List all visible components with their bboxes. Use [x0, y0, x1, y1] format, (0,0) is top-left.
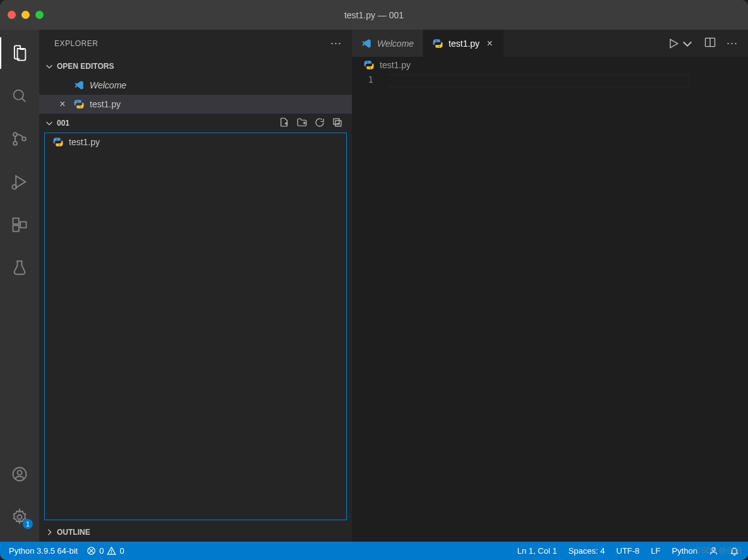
editor-more-icon[interactable]: ···: [727, 37, 738, 50]
vscode-icon: [361, 38, 372, 49]
tab-test1[interactable]: test1.py ×: [423, 30, 504, 57]
status-warnings: 0: [119, 546, 124, 556]
window-minimize-button[interactable]: [21, 11, 30, 19]
status-cursor-position[interactable]: Ln 1, Col 1: [517, 546, 557, 556]
svg-point-0: [14, 90, 23, 100]
settings-badge: 1: [23, 519, 33, 529]
status-encoding[interactable]: UTF-8: [617, 546, 640, 556]
status-problems[interactable]: 0 0: [87, 546, 124, 556]
title-bar[interactable]: test1.py — 001: [0, 0, 748, 30]
svg-rect-9: [20, 222, 26, 227]
close-icon[interactable]: ×: [485, 38, 495, 49]
source-control-activity-icon[interactable]: [0, 123, 39, 155]
folder-section[interactable]: 001: [39, 114, 352, 133]
search-activity-icon[interactable]: [0, 80, 39, 112]
file-item-label: test1.py: [69, 137, 100, 147]
svg-point-3: [13, 141, 17, 145]
open-editor-welcome[interactable]: Welcome: [39, 76, 352, 95]
python-icon: [52, 136, 64, 148]
new-file-icon[interactable]: [279, 117, 290, 130]
python-icon: [73, 98, 85, 110]
python-icon: [363, 59, 375, 71]
open-editors-label: OPEN EDITORS: [57, 62, 114, 71]
svg-point-12: [18, 470, 22, 475]
status-indentation[interactable]: Spaces: 4: [569, 546, 605, 556]
editor-body[interactable]: 1: [352, 73, 748, 542]
breadcrumb-file: test1.py: [380, 60, 411, 70]
svg-rect-7: [13, 218, 19, 224]
status-errors: 0: [99, 546, 104, 556]
collapse-all-icon[interactable]: [332, 117, 343, 130]
open-editor-test1-label: test1.py: [90, 99, 121, 109]
status-python-interpreter[interactable]: Python 3.9.5 64-bit: [9, 546, 78, 556]
python-icon: [432, 38, 443, 49]
window-controls: [8, 11, 44, 19]
folder-name: 001: [57, 119, 69, 128]
sidebar-title: EXPLORER: [54, 39, 98, 48]
accounts-activity-icon[interactable]: [0, 458, 39, 490]
svg-point-2: [13, 133, 17, 136]
tabs-row: Welcome test1.py × ···: [352, 30, 748, 57]
chevron-down-icon: [44, 118, 54, 128]
activity-bar: 1: [0, 30, 39, 542]
vscode-icon: [73, 80, 85, 91]
chevron-right-icon: [44, 527, 54, 537]
line-number: 1: [352, 74, 373, 85]
svg-point-13: [18, 515, 22, 520]
status-bar: Python 3.9.5 64-bit 0 0 Ln 1, Col 1 Spac…: [0, 542, 748, 560]
testing-activity-icon[interactable]: [0, 252, 39, 283]
close-icon[interactable]: ×: [57, 98, 68, 110]
file-tree[interactable]: test1.py: [44, 133, 347, 520]
svg-marker-5: [16, 176, 25, 188]
open-editor-test1[interactable]: × test1.py: [39, 95, 352, 114]
breadcrumb[interactable]: test1.py: [352, 57, 748, 73]
sidebar: EXPLORER ··· OPEN EDITORS Welcome × test…: [39, 30, 352, 542]
split-editor-icon[interactable]: [704, 36, 716, 51]
file-item-test1[interactable]: test1.py: [45, 133, 346, 151]
status-eol[interactable]: LF: [651, 546, 660, 556]
status-language[interactable]: Python: [672, 546, 697, 556]
chevron-down-icon[interactable]: [681, 37, 694, 50]
svg-line-1: [22, 98, 26, 102]
svg-point-28: [112, 553, 112, 554]
svg-marker-21: [670, 39, 678, 47]
tab-welcome-label: Welcome: [377, 39, 414, 49]
run-debug-activity-icon[interactable]: [0, 166, 39, 198]
new-folder-icon[interactable]: [296, 117, 308, 130]
code-content[interactable]: [389, 73, 748, 542]
tab-welcome[interactable]: Welcome: [352, 30, 423, 57]
open-editors-section[interactable]: OPEN EDITORS: [39, 57, 352, 76]
svg-rect-8: [13, 225, 19, 231]
extensions-activity-icon[interactable]: [0, 209, 39, 241]
tab-test1-label: test1.py: [449, 39, 480, 49]
window-close-button[interactable]: [8, 11, 16, 19]
current-line-highlight: [389, 74, 690, 87]
outline-label: OUTLINE: [57, 528, 90, 537]
outline-section[interactable]: OUTLINE: [39, 523, 352, 542]
chevron-down-icon: [44, 61, 54, 71]
run-button[interactable]: [667, 37, 694, 50]
watermark: CSDN @伊织: [695, 545, 742, 556]
open-editor-welcome-label: Welcome: [90, 80, 126, 90]
line-gutter: 1: [352, 73, 389, 542]
window-maximize-button[interactable]: [35, 11, 44, 19]
explorer-activity-icon[interactable]: [0, 37, 39, 69]
svg-point-4: [22, 137, 26, 141]
refresh-icon[interactable]: [314, 117, 325, 130]
editor-area: Welcome test1.py × ···: [352, 30, 748, 542]
settings-activity-icon[interactable]: 1: [0, 501, 39, 533]
sidebar-more-icon[interactable]: ···: [330, 37, 342, 50]
window-title: test1.py — 001: [344, 10, 404, 20]
